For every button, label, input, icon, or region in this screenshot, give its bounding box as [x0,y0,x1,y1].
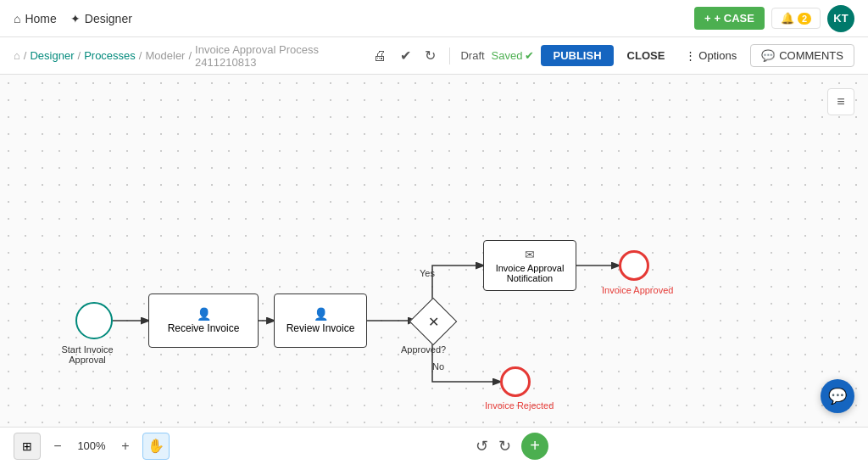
review-user-icon: 👤 [314,307,328,321]
panel-toggle-button[interactable]: ⊞ [14,433,41,460]
breadcrumb-designer[interactable]: Designer [30,49,74,62]
plus-icon: + [530,436,540,456]
bpmn-start-event[interactable] [75,302,113,339]
breadcrumb-home-icon: ⌂ [14,49,20,62]
status-draft: Draft [460,49,484,62]
hand-icon: ✋ [147,438,164,454]
comments-button[interactable]: 💬 COMMENTS [750,44,854,67]
designer-nav-item[interactable]: ✦ Designer [70,12,132,25]
panel-icon: ⊞ [22,439,32,453]
start-event-label: Start Invoice Approval [53,344,121,365]
home-label: Home [25,12,56,25]
canvas-menu-button[interactable]: ≡ [827,88,854,115]
zoom-level-display: 100% [75,439,108,452]
no-edge-label: No [432,361,444,372]
chat-icon: 💬 [828,387,847,405]
designer-icon: ✦ [70,12,81,25]
options-dots-icon: ⋮ [685,49,696,62]
drag-tool-button[interactable]: ✋ [142,433,170,460]
zoom-in-button[interactable]: + [115,436,136,456]
refresh-button[interactable]: ↻ [421,44,439,67]
breadcrumb-actions: 🖨 ✔ ↻ Draft Saved ✔ PUBLISH CLOSE ⋮ Opti… [370,44,854,67]
breadcrumb-sep2: / [78,49,81,62]
yes-edge-label: Yes [420,268,435,278]
top-nav-right: + + CASE 🔔 2 KT [694,5,854,32]
breadcrumb-modeler: Modeler [145,49,185,62]
receive-invoice-label: Receive Invoice [168,322,240,334]
breadcrumb: ⌂ / Designer / Processes / Modeler / Inv… [14,43,363,69]
breadcrumb-process-name: Invoice Approval Process 2411210813 [195,43,363,69]
undo-button[interactable]: ↺ [476,437,488,456]
invoice-rejected-label: Invoice Rejected [485,400,554,411]
comments-icon: 💬 [761,49,775,62]
bottom-toolbar: ⊞ − 100% + ✋ ↺ ↻ + [0,427,868,464]
avatar-text: KT [833,12,848,25]
user-avatar[interactable]: KT [827,5,854,32]
user-task-icon: 👤 [197,307,211,321]
bpmn-arrows [0,75,868,427]
breadcrumb-processes[interactable]: Processes [84,49,136,62]
redo-button[interactable]: ↻ [498,437,511,456]
saved-check-icon: ✔ [525,49,534,62]
options-label: Options [698,49,737,62]
bottom-left-tools: ⊞ − 100% + ✋ [14,433,170,460]
top-nav: ⌂ Home ✦ Designer + + CASE 🔔 2 KT [0,0,868,37]
designer-label: Designer [85,12,132,25]
add-element-button[interactable]: + [521,433,548,460]
publish-button[interactable]: PUBLISH [541,45,613,66]
notification-task[interactable]: ✉ Invoice Approval Notification [483,240,576,291]
options-button[interactable]: ⋮ Options [678,45,743,66]
bpmn-canvas[interactable]: ≡ Start Invoice Approval 👤 Receive Invoi… [0,75,868,427]
review-invoice-task[interactable]: 👤 Review Invoice [274,293,367,348]
print-button[interactable]: 🖨 [370,45,390,67]
notification-label: Invoice Approval Notification [484,263,576,283]
case-plus-icon: + [704,12,711,25]
gateway-x-icon: ✕ [428,314,439,330]
status-saved: Saved ✔ [492,49,535,62]
validate-button[interactable]: ✔ [397,44,415,67]
notification-button[interactable]: 🔔 2 [771,8,821,29]
invoice-approved-label: Invoice Approved [602,285,673,295]
case-label: + CASE [715,12,754,25]
breadcrumb-sep1: / [24,49,27,62]
email-icon: ✉ [525,248,535,261]
receive-invoice-task[interactable]: 👤 Receive Invoice [148,293,259,348]
review-invoice-label: Review Invoice [287,322,355,334]
gateway-label: Approved? [401,344,446,355]
hamburger-icon: ≡ [837,94,844,109]
invoice-approved-end[interactable] [619,250,649,281]
chat-fab-button[interactable]: 💬 [821,379,854,413]
approved-gateway[interactable]: ✕ [409,298,458,346]
close-button[interactable]: CLOSE [620,45,672,66]
zoom-out-button[interactable]: − [47,436,68,456]
bottom-center-tools: ↺ ↻ + [476,433,548,460]
top-nav-left: ⌂ Home ✦ Designer [14,12,132,25]
toolbar-divider [449,48,450,64]
comments-label: COMMENTS [779,49,843,62]
home-nav-item[interactable]: ⌂ Home [14,12,57,25]
breadcrumb-sep3: / [139,49,142,62]
breadcrumb-bar: ⌂ / Designer / Processes / Modeler / Inv… [0,37,868,75]
case-button[interactable]: + + CASE [694,7,765,30]
notification-badge: 2 [798,13,811,25]
bell-icon: 🔔 [781,12,794,25]
home-icon: ⌂ [14,12,20,25]
breadcrumb-sep4: / [188,49,192,62]
invoice-rejected-end[interactable] [500,366,531,397]
